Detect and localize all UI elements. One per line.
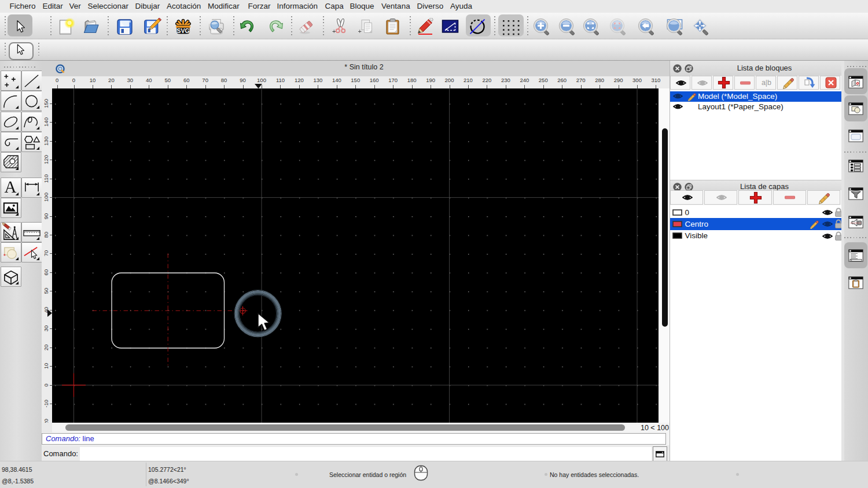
svg-text:SVG: SVG — [176, 27, 189, 34]
svg-text:+: + — [358, 28, 362, 35]
svg-text:+: + — [332, 28, 336, 35]
